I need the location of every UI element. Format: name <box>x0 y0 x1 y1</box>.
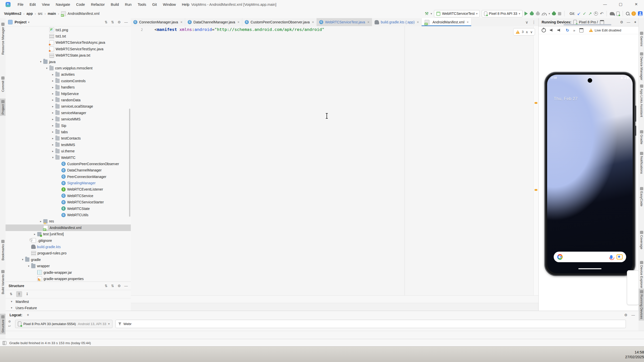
tree-row[interactable]: ▸Sip <box>6 122 131 129</box>
tree-row[interactable]: ▾gradle <box>6 256 131 263</box>
git-rollback-icon[interactable]: ↶ <box>600 11 603 16</box>
tree-row[interactable]: tst1.png <box>6 27 131 33</box>
tree-chevron-icon[interactable]: ▸ <box>50 137 55 140</box>
build-dropdown-icon[interactable]: ▾ <box>431 12 432 15</box>
structure-row[interactable]: ▾Manifest <box>6 298 131 305</box>
tree-row[interactable]: ▸randomData <box>6 97 131 103</box>
breadcrumb-item[interactable]: src <box>37 12 43 16</box>
line-number[interactable]: 2 <box>131 28 145 32</box>
editor-tab[interactable]: AndroidManifest.xml× <box>422 18 471 26</box>
expand-all-icon[interactable]: ⇅ <box>105 284 108 288</box>
close-icon[interactable]: × <box>467 20 469 24</box>
stripe-project[interactable]: Project <box>0 99 6 116</box>
phone-screen[interactable]: 2:58 Thu, Feb 27 <box>547 75 633 273</box>
breadcrumb-item[interactable]: app <box>26 12 33 16</box>
build-hammer-icon[interactable]: ⚒ <box>425 11 429 16</box>
close-icon[interactable]: × <box>417 20 419 24</box>
stripe-commit[interactable]: Commit <box>0 75 6 94</box>
status-message[interactable]: Gradle build finished in 4 m 33 s 153 ms… <box>9 341 91 345</box>
stripe-running-devices[interactable]: Running Devices <box>639 289 644 321</box>
git-push-button[interactable]: ↗ <box>588 11 592 16</box>
close-icon[interactable]: × <box>367 20 369 24</box>
chevron-down-icon[interactable]: ▾ <box>28 21 29 24</box>
menu-window[interactable]: Window <box>160 0 179 9</box>
close-icon[interactable]: × <box>237 20 239 24</box>
maximize-button[interactable]: ▢ <box>613 0 628 9</box>
tree-chevron-icon[interactable]: ▸ <box>50 86 55 89</box>
tree-row[interactable]: gradle-wrapper.properties <box>6 276 131 282</box>
stripe-app-links-assistant[interactable]: App Links Assistant <box>639 83 644 119</box>
git-history-icon[interactable] <box>594 12 598 16</box>
logcat-filter-input[interactable]: Webr <box>115 320 626 328</box>
collapse-icon[interactable]: ↧ <box>24 291 30 297</box>
gear-icon[interactable]: ⚙ <box>117 20 121 24</box>
breadcrumb-item[interactable]: main <box>47 12 57 16</box>
tool-window-layout-icon[interactable] <box>3 341 6 345</box>
tree-chevron-icon[interactable]: ▸ <box>32 233 37 236</box>
tree-row[interactable]: ▸res <box>6 218 131 224</box>
device-select[interactable]: Pixel 8 Pro API 33 ▾ <box>482 10 522 17</box>
close-icon[interactable]: × <box>180 20 182 24</box>
nav-handle[interactable] <box>578 268 601 269</box>
tree-row[interactable]: ▾java <box>6 59 131 65</box>
menu-help[interactable]: Help <box>179 0 192 9</box>
stripe-resource-manager[interactable]: Resource Manager <box>0 21 6 56</box>
attach-debugger-icon[interactable] <box>552 12 556 15</box>
editor-tab[interactable]: CWebRTCServiceTest.java× <box>317 18 372 26</box>
stripe-structure[interactable]: Structure <box>0 314 6 334</box>
tree-chevron-icon[interactable]: ▾ <box>9 300 14 303</box>
open-in-window-icon[interactable] <box>600 20 604 24</box>
menu-run[interactable]: Run <box>122 0 135 9</box>
tree-chevron-icon[interactable]: ▸ <box>50 92 55 95</box>
tree-chevron-icon[interactable]: ▾ <box>50 156 55 159</box>
menu-navigate[interactable]: Navigate <box>53 0 73 9</box>
stripe-notifications[interactable]: Notifications <box>639 150 644 175</box>
expand-all-icon[interactable]: ⇅ <box>105 20 108 24</box>
breadcrumb-item[interactable]: VoipMms2 <box>4 12 22 16</box>
gear-icon[interactable]: ⚙ <box>624 313 627 317</box>
profiler-gauge-icon[interactable] <box>542 13 547 16</box>
warning-mark[interactable] <box>535 102 537 104</box>
stripe-build-variants[interactable]: Build Variants <box>0 268 6 296</box>
tree-chevron-icon[interactable]: ▸ <box>38 220 43 223</box>
tree-row[interactable]: gradle-wrapper.jar <box>6 269 131 276</box>
panel-scrollbar[interactable] <box>564 24 611 25</box>
tree-chevron-icon[interactable]: ▸ <box>50 111 55 114</box>
menu-tools[interactable]: Tools <box>135 0 149 9</box>
tree-row[interactable]: AndroidManifest.xml <box>6 224 131 231</box>
add-tab-icon[interactable]: + <box>27 313 29 317</box>
tree-row[interactable]: .gitignore <box>6 237 131 244</box>
editor-error-stripe[interactable] <box>533 26 539 295</box>
profile-disabled-icon[interactable] <box>536 12 540 15</box>
tree-chevron-icon[interactable]: ▸ <box>50 73 55 76</box>
stripe-bookmarks[interactable]: Bookmarks <box>0 238 6 262</box>
inspections-widget[interactable]: 3 ∧ ∨ <box>513 28 535 35</box>
tree-row[interactable]: ▾com.voipplus.mmsclient <box>6 65 131 71</box>
git-commit-button[interactable]: ✓ <box>583 11 586 16</box>
run-button[interactable] <box>525 12 528 16</box>
tree-chevron-icon[interactable]: ▾ <box>38 60 43 63</box>
search-everywhere-icon[interactable] <box>626 12 629 15</box>
collapse-all-icon[interactable]: ⇅ <box>111 20 114 24</box>
hide-panel-icon[interactable]: — <box>631 313 635 317</box>
stop-button[interactable] <box>558 12 561 15</box>
tree-row[interactable]: SignalingManager <box>6 180 131 186</box>
editor-tab[interactable]: CDataChannelManager.java× <box>185 18 242 26</box>
minimize-button[interactable]: — <box>597 0 613 9</box>
menu-view[interactable]: View <box>39 0 53 9</box>
tree-row[interactable]: PeerConnectionManager <box>6 173 131 180</box>
tree-row[interactable]: ▸test [unitTest] <box>6 231 131 237</box>
tree-row[interactable]: ▾WebRTC <box>6 154 131 161</box>
tree-row[interactable]: ▸customControls <box>6 78 131 84</box>
tree-chevron-icon[interactable]: ▸ <box>50 79 55 82</box>
stripe-gradle[interactable]: Gradle <box>639 129 644 146</box>
menu-file[interactable]: File <box>15 0 26 9</box>
tree-row[interactable]: ▸testContacts <box>6 135 131 142</box>
stripe-easycode[interactable]: EasyCode <box>639 186 644 208</box>
gradle-sync-icon[interactable] <box>610 12 614 15</box>
device-manager-icon[interactable] <box>616 12 620 16</box>
menu-git[interactable]: Git <box>149 0 160 9</box>
editor-tab[interactable]: build.gradle.kts (:app)× <box>372 18 422 26</box>
tree-row[interactable]: WebRTCService <box>6 193 131 199</box>
tree-row[interactable]: WebRTCUtils <box>6 212 131 218</box>
